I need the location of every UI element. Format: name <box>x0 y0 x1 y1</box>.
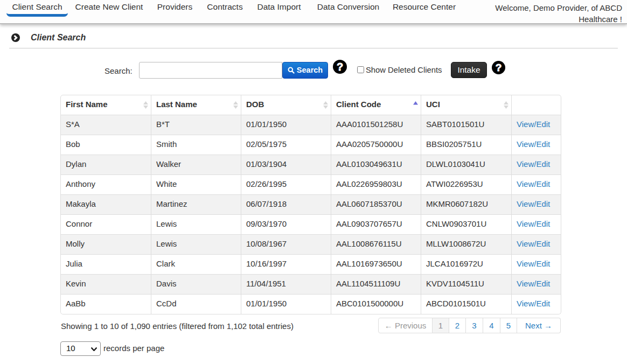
svg-text:?: ? <box>496 62 502 73</box>
svg-text:?: ? <box>337 61 343 73</box>
